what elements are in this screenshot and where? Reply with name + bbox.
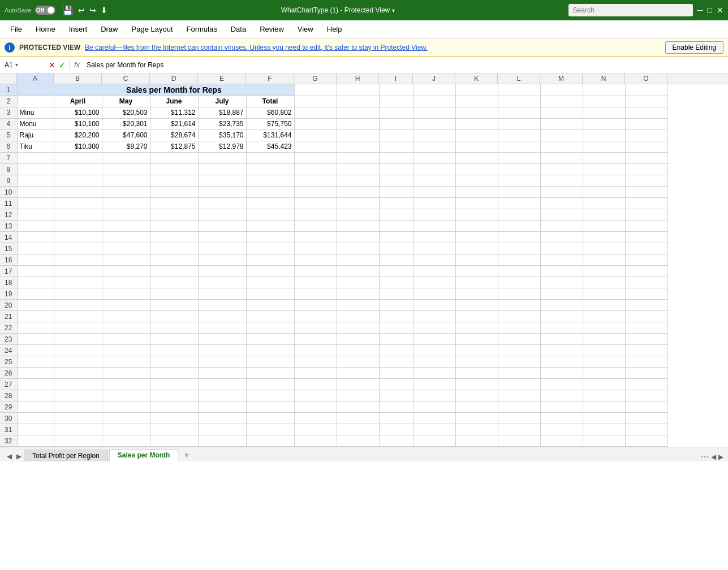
cell-C5[interactable]: $47,600 (102, 129, 150, 141)
empty-cell[interactable] (246, 322, 294, 334)
empty-cell[interactable] (294, 198, 337, 209)
empty-cell[interactable] (625, 368, 667, 379)
cell-O5[interactable] (625, 129, 667, 141)
empty-cell[interactable] (413, 401, 455, 413)
empty-cell[interactable] (198, 334, 246, 345)
cell-F4[interactable]: $75,750 (246, 118, 294, 129)
empty-cell[interactable] (54, 266, 102, 277)
empty-cell[interactable] (198, 288, 246, 300)
empty-cell[interactable] (540, 187, 583, 198)
empty-cell[interactable] (246, 368, 294, 379)
menu-formulas[interactable]: Formulas (181, 23, 223, 36)
empty-cell[interactable] (17, 300, 54, 311)
cell-M5[interactable] (540, 129, 583, 141)
empty-cell[interactable] (246, 424, 294, 435)
empty-cell[interactable] (337, 334, 379, 345)
empty-cell[interactable] (294, 243, 337, 254)
cell-K1[interactable] (455, 84, 498, 96)
empty-cell[interactable] (54, 379, 102, 390)
col-header-A[interactable]: A (17, 74, 54, 84)
cell-K6[interactable] (455, 141, 498, 152)
empty-cell[interactable] (102, 356, 150, 368)
empty-cell[interactable] (498, 277, 540, 288)
empty-cell[interactable] (102, 345, 150, 356)
empty-cell[interactable] (455, 368, 498, 379)
cell-E6[interactable]: $12,978 (198, 141, 246, 152)
empty-cell[interactable] (102, 175, 150, 187)
empty-cell[interactable] (54, 390, 102, 401)
cell-L1[interactable] (498, 84, 540, 96)
empty-cell[interactable] (455, 334, 498, 345)
empty-cell[interactable] (625, 322, 667, 334)
empty-cell[interactable] (498, 254, 540, 266)
empty-cell[interactable] (150, 311, 198, 322)
cell-ref-dropdown-icon[interactable]: ▾ (15, 62, 18, 68)
empty-cell[interactable] (337, 243, 379, 254)
empty-cell[interactable] (583, 209, 625, 221)
empty-cell[interactable] (413, 277, 455, 288)
cell-G1[interactable] (294, 84, 337, 96)
cell-I1[interactable] (379, 84, 413, 96)
empty-cell[interactable] (17, 164, 54, 175)
empty-cell[interactable] (198, 435, 246, 447)
empty-cell[interactable] (413, 164, 455, 175)
cell-O1[interactable] (625, 84, 667, 96)
cell-G5[interactable] (294, 129, 337, 141)
empty-cell[interactable] (583, 288, 625, 300)
empty-cell[interactable] (246, 413, 294, 424)
empty-cell[interactable] (294, 288, 337, 300)
empty-cell[interactable] (413, 232, 455, 243)
menu-file[interactable]: File (5, 23, 28, 36)
empty-cell[interactable] (337, 401, 379, 413)
empty-cell[interactable] (17, 198, 54, 209)
cell-J1[interactable] (413, 84, 455, 96)
empty-cell[interactable] (498, 232, 540, 243)
empty-cell[interactable] (337, 164, 379, 175)
empty-cell[interactable] (583, 221, 625, 232)
empty-cell[interactable] (625, 413, 667, 424)
nav-left-icon[interactable]: ◀ (5, 451, 14, 461)
empty-cell[interactable] (379, 164, 413, 175)
empty-cell[interactable] (337, 266, 379, 277)
cell-B5[interactable]: $20,200 (54, 129, 102, 141)
empty-cell[interactable] (246, 401, 294, 413)
empty-cell[interactable] (337, 311, 379, 322)
empty-cell[interactable] (540, 424, 583, 435)
minimize-icon[interactable]: ─ (697, 6, 703, 15)
cell-K2[interactable] (455, 96, 498, 107)
empty-cell[interactable] (337, 288, 379, 300)
empty-cell[interactable] (455, 311, 498, 322)
empty-cell[interactable] (198, 209, 246, 221)
empty-cell[interactable] (198, 345, 246, 356)
cell-A2[interactable] (17, 96, 54, 107)
cell-E3[interactable]: $18,887 (198, 107, 246, 118)
empty-cell[interactable] (455, 153, 498, 164)
cell-C4[interactable]: $20,301 (102, 118, 150, 129)
empty-cell[interactable] (150, 277, 198, 288)
scroll-right-icon[interactable]: ▶ (718, 453, 723, 461)
empty-cell[interactable] (198, 401, 246, 413)
empty-cell[interactable] (540, 379, 583, 390)
empty-cell[interactable] (54, 187, 102, 198)
empty-cell[interactable] (540, 288, 583, 300)
empty-cell[interactable] (413, 413, 455, 424)
cell-O4[interactable] (625, 118, 667, 129)
empty-cell[interactable] (540, 345, 583, 356)
empty-cell[interactable] (540, 390, 583, 401)
empty-cell[interactable] (379, 300, 413, 311)
empty-cell[interactable] (455, 345, 498, 356)
empty-cell[interactable] (540, 243, 583, 254)
cell-N5[interactable] (583, 129, 625, 141)
cell-J4[interactable] (413, 118, 455, 129)
cell-J2[interactable] (413, 96, 455, 107)
cell-D4[interactable]: $21,614 (150, 118, 198, 129)
empty-cell[interactable] (337, 153, 379, 164)
empty-cell[interactable] (583, 198, 625, 209)
empty-cell[interactable] (337, 277, 379, 288)
empty-cell[interactable] (198, 379, 246, 390)
empty-cell[interactable] (102, 424, 150, 435)
cell-E5[interactable]: $35,170 (198, 129, 246, 141)
menu-help[interactable]: Help (321, 23, 348, 36)
cell-N1[interactable] (583, 84, 625, 96)
empty-cell[interactable] (294, 322, 337, 334)
